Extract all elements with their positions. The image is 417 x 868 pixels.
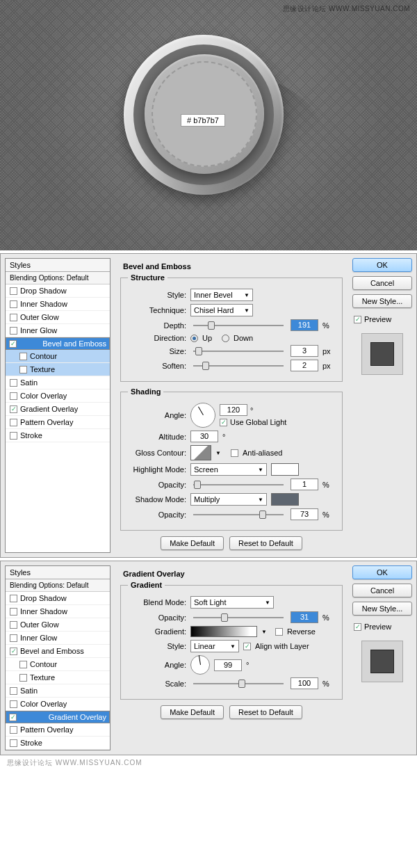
- checkbox[interactable]: [10, 327, 17, 335]
- checkbox[interactable]: [19, 674, 27, 682]
- style-select[interactable]: Inner Bevel▼: [190, 289, 253, 301]
- checkbox[interactable]: [10, 648, 17, 655]
- style-pattern-overlay[interactable]: Pattern Overlay: [6, 723, 110, 737]
- make-default-button[interactable]: Make Default: [161, 536, 224, 550]
- reset-default-button[interactable]: Reset to Default: [229, 705, 302, 719]
- opacity-input[interactable]: 31: [291, 611, 318, 623]
- scale-slider[interactable]: [193, 679, 284, 689]
- style-gradient-overlay[interactable]: Gradient Overlay: [6, 403, 110, 416]
- reverse-checkbox[interactable]: [275, 628, 283, 636]
- checkbox[interactable]: [10, 405, 17, 413]
- style-drop-shadow[interactable]: Drop Shadow: [6, 284, 110, 298]
- checkbox[interactable]: [10, 432, 17, 440]
- depth-input[interactable]: 191: [291, 319, 318, 331]
- depth-slider[interactable]: [193, 321, 284, 330]
- grad-style-select[interactable]: Linear▼: [190, 640, 239, 652]
- scale-input[interactable]: 100: [291, 677, 318, 689]
- checkbox[interactable]: [10, 726, 17, 734]
- checkbox[interactable]: [10, 687, 17, 695]
- new-style-button[interactable]: New Style...: [352, 294, 412, 308]
- label: Color Overlay: [20, 700, 67, 708]
- checkbox[interactable]: [10, 379, 17, 387]
- chevron-down-icon[interactable]: ▼: [215, 450, 221, 456]
- highlight-color-swatch[interactable]: [271, 463, 299, 476]
- style-outer-glow[interactable]: Outer Glow: [6, 618, 110, 632]
- reset-default-button[interactable]: Reset to Default: [229, 536, 302, 550]
- style-pattern-overlay[interactable]: Pattern Overlay: [6, 416, 110, 429]
- ok-button[interactable]: OK: [352, 258, 412, 272]
- style-contour[interactable]: Contour: [6, 350, 110, 363]
- blending-options[interactable]: Blending Options: Default: [6, 579, 110, 592]
- checkbox[interactable]: [19, 366, 27, 373]
- angle-input[interactable]: 120: [220, 404, 247, 416]
- style-inner-glow[interactable]: Inner Glow: [6, 324, 110, 337]
- style-outer-glow[interactable]: Outer Glow: [6, 311, 110, 324]
- cancel-button[interactable]: Cancel: [352, 276, 412, 290]
- blend-mode-select[interactable]: Soft Light▼: [190, 596, 274, 609]
- new-style-button[interactable]: New Style...: [352, 602, 412, 616]
- highlight-opacity-slider[interactable]: [193, 480, 284, 490]
- shadow-opacity-input[interactable]: 73: [291, 508, 318, 520]
- soften-input[interactable]: 2: [291, 360, 318, 371]
- chevron-down-icon[interactable]: ▼: [261, 629, 267, 635]
- opacity-slider[interactable]: [193, 613, 284, 622]
- gradient-picker[interactable]: [190, 626, 257, 637]
- angle-input[interactable]: 99: [214, 659, 242, 671]
- make-default-button[interactable]: Make Default: [161, 705, 224, 719]
- style-satin[interactable]: Satin: [6, 376, 110, 389]
- style-bevel-emboss[interactable]: Bevel and Emboss: [6, 337, 110, 350]
- checkbox[interactable]: [9, 714, 17, 721]
- blending-options[interactable]: Blending Options: Default: [6, 272, 110, 284]
- style-drop-shadow[interactable]: Drop Shadow: [6, 592, 110, 605]
- style-satin[interactable]: Satin: [6, 684, 110, 698]
- checkbox[interactable]: [10, 300, 17, 308]
- style-color-overlay[interactable]: Color Overlay: [6, 698, 110, 711]
- shadow-opacity-slider[interactable]: [193, 510, 284, 520]
- style-gradient-overlay[interactable]: Gradient Overlay: [6, 711, 110, 723]
- style-color-overlay[interactable]: Color Overlay: [6, 389, 110, 403]
- global-light-checkbox[interactable]: [220, 419, 227, 426]
- style-texture[interactable]: Texture: [6, 671, 110, 684]
- checkbox[interactable]: [10, 739, 17, 747]
- preview-checkbox[interactable]: [354, 623, 361, 631]
- shadow-color-swatch[interactable]: [271, 493, 299, 506]
- size-slider[interactable]: [193, 346, 284, 356]
- angle-dial[interactable]: [190, 403, 215, 428]
- ok-button[interactable]: OK: [352, 565, 412, 579]
- checkbox[interactable]: [10, 392, 17, 400]
- style-stroke[interactable]: Stroke: [6, 429, 110, 442]
- style-inner-shadow[interactable]: Inner Shadow: [6, 605, 110, 618]
- anti-aliased-checkbox[interactable]: [231, 449, 238, 457]
- checkbox[interactable]: [10, 634, 17, 642]
- style-inner-shadow[interactable]: Inner Shadow: [6, 298, 110, 311]
- highlight-mode-select[interactable]: Screen▼: [190, 463, 267, 476]
- checkbox[interactable]: [10, 595, 17, 602]
- up-radio[interactable]: [190, 335, 198, 342]
- checkbox[interactable]: [19, 353, 27, 360]
- align-checkbox[interactable]: [243, 643, 251, 650]
- checkbox[interactable]: [10, 287, 17, 295]
- style-contour[interactable]: Contour: [6, 658, 110, 671]
- shadow-mode-select[interactable]: Multiply▼: [190, 493, 267, 506]
- altitude-input[interactable]: 30: [190, 431, 218, 442]
- style-texture[interactable]: Texture: [6, 363, 110, 376]
- checkbox[interactable]: [10, 621, 17, 629]
- gloss-contour-swatch[interactable]: [190, 445, 211, 460]
- angle-dial[interactable]: [190, 655, 210, 675]
- checkbox[interactable]: [10, 419, 17, 426]
- style-inner-glow[interactable]: Inner Glow: [6, 632, 110, 645]
- style-bevel-emboss[interactable]: Bevel and Emboss: [6, 645, 110, 658]
- technique-select[interactable]: Chisel Hard▼: [190, 304, 253, 316]
- highlight-opacity-input[interactable]: 1: [291, 479, 318, 490]
- soften-slider[interactable]: [193, 361, 284, 371]
- checkbox[interactable]: [10, 314, 17, 321]
- checkbox[interactable]: [19, 661, 27, 668]
- cancel-button[interactable]: Cancel: [352, 584, 412, 597]
- size-input[interactable]: 3: [291, 345, 318, 357]
- style-stroke[interactable]: Stroke: [6, 737, 110, 750]
- checkbox[interactable]: [10, 608, 17, 616]
- preview-checkbox[interactable]: [354, 316, 361, 323]
- down-radio[interactable]: [222, 335, 229, 342]
- checkbox[interactable]: [9, 340, 17, 348]
- checkbox[interactable]: [10, 700, 17, 708]
